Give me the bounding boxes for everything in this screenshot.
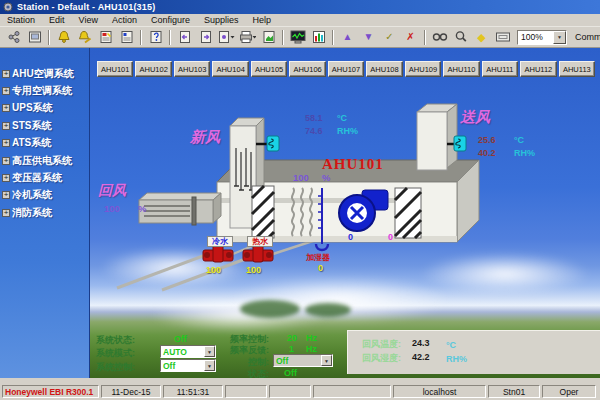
expand-plus-icon[interactable]: + [2, 209, 10, 217]
toolbar-separator [140, 30, 142, 45]
fresh-damper-position: 100 [293, 172, 309, 183]
sidebar-item-transformer[interactable]: +变压器系统 [0, 169, 89, 186]
sidebar-item-chiller[interactable]: +冷机系统 [0, 187, 89, 204]
station-connect-icon[interactable] [4, 29, 23, 46]
humidifier-value: 0 [318, 263, 323, 273]
freq-feedback-unit: Hz [306, 344, 317, 354]
alarm-summary-icon[interactable] [96, 29, 115, 46]
sidebar-item-ats[interactable]: +ATS系统 [0, 135, 89, 152]
return-rh-label: 回风湿度: [362, 352, 401, 365]
monitor-icon[interactable] [288, 29, 307, 46]
menu-view[interactable]: View [72, 14, 105, 27]
unit-title: AHU101 [322, 156, 384, 173]
chevron-down-icon[interactable]: ▼ [321, 355, 332, 366]
supply-air-temp-unit: °C [514, 135, 524, 145]
station-display-icon[interactable] [25, 29, 44, 46]
system-state-label: 系统状态: [96, 334, 135, 347]
date-cell: 11-Dec-15 [101, 385, 161, 398]
station-cell: Stn01 [488, 385, 540, 398]
sidebar-item-hv-power[interactable]: +高压供电系统 [0, 152, 89, 169]
sidebar-item-ups[interactable]: +UPS系统 [0, 100, 89, 117]
toolbar-separator [282, 30, 284, 45]
host-cell: localhost [393, 385, 486, 398]
supply-air-rh-unit: RH% [514, 148, 535, 158]
capture-page-icon[interactable] [259, 29, 278, 46]
zoom-level-value: 100% [518, 32, 553, 42]
hot-valve-position: 100 [246, 265, 261, 275]
menu-help[interactable]: Help [245, 14, 278, 27]
expand-plus-icon[interactable]: + [2, 139, 10, 147]
zoom-tool-icon[interactable] [451, 29, 470, 46]
menu-edit[interactable]: Edit [42, 14, 72, 27]
page-back-icon[interactable] [175, 29, 194, 46]
menu-bar: Station Edit View Action Configure Suppl… [0, 14, 600, 27]
expand-plus-icon[interactable]: + [2, 104, 10, 112]
alarm-acknowledge-icon[interactable] [75, 29, 94, 46]
chevron-down-icon[interactable]: ▼ [553, 31, 566, 44]
ahu-diagram [90, 48, 600, 378]
return-rh-unit: RH% [446, 354, 467, 364]
station-window: Station - Default - AHU101(315) Station … [0, 0, 600, 400]
expand-plus-icon[interactable]: + [2, 87, 10, 95]
sidebar-item-ahu[interactable]: +AHU空调系统 [0, 65, 89, 82]
expand-plus-icon[interactable]: + [2, 191, 10, 199]
title-bar[interactable]: Station - Default - AHU101(315) [0, 0, 600, 14]
freq-state-value: Off [284, 368, 297, 378]
freq-control-unit: Hz [306, 333, 317, 343]
sidebar-item-sts[interactable]: +STS系统 [0, 117, 89, 134]
filter-status-value: 0 [388, 232, 393, 242]
system-control-dropdown[interactable]: Off ▼ [160, 359, 216, 372]
event-summary-icon[interactable] [117, 29, 136, 46]
menu-configure[interactable]: Configure [144, 14, 197, 27]
help-page-icon[interactable] [146, 29, 165, 46]
system-mode-dropdown[interactable]: AUTO ▼ [160, 345, 216, 358]
return-temp-label: 回风温度: [362, 338, 401, 351]
return-rh-value: 42.2 [412, 352, 430, 362]
graphic-display-area: AHU101 AHU102 AHU103 AHU104 AHU105 AHU10… [90, 48, 600, 378]
reject-icon[interactable]: ✗ [401, 29, 420, 46]
toolbar: ▲ ▼ ✓ ✗ ◆ 100% ▼ Command ▼ [0, 27, 600, 48]
home-page-icon[interactable] [217, 29, 236, 46]
zoom-level-combo[interactable]: 100% ▼ [517, 30, 567, 45]
freq-control-dropdown[interactable]: Off ▼ [273, 354, 333, 367]
command-label: Command [575, 32, 600, 42]
chilled-valve-position: 100 [206, 265, 221, 275]
system-mode-label: 系统模式: [96, 347, 135, 360]
select-area-icon[interactable] [493, 29, 512, 46]
supply-air-temp: 25.6 [478, 135, 496, 145]
status-cell-empty [269, 385, 311, 398]
supply-air-label: 送风 [460, 108, 490, 127]
pan-tool-icon[interactable]: ◆ [472, 29, 491, 46]
fresh-damper-unit: % [322, 172, 330, 183]
chevron-down-icon[interactable]: ▼ [204, 346, 215, 357]
expand-plus-icon[interactable]: + [2, 122, 10, 130]
expand-plus-icon[interactable]: + [2, 174, 10, 182]
toolbar-separator [424, 30, 426, 45]
status-cell-empty [313, 385, 391, 398]
page-forward-icon[interactable] [196, 29, 215, 46]
alarm-bell-icon[interactable] [54, 29, 73, 46]
print-icon[interactable] [238, 29, 257, 46]
menu-action[interactable]: Action [105, 14, 144, 27]
status-bar: Honeywell EBI R300.1 11-Dec-15 11:51:31 … [0, 383, 600, 400]
accept-icon[interactable]: ✓ [380, 29, 399, 46]
raise-icon[interactable]: ▲ [338, 29, 357, 46]
return-air-label: 回风 [98, 182, 126, 200]
toolbar-separator [169, 30, 171, 45]
fresh-air-temp-unit: °C [337, 113, 347, 123]
toolbar-separator [332, 30, 334, 45]
sidebar-item-fire[interactable]: +消防系统 [0, 204, 89, 221]
time-cell: 11:51:31 [163, 385, 223, 398]
expand-plus-icon[interactable]: + [2, 157, 10, 165]
status-cell-empty [225, 385, 267, 398]
find-icon[interactable] [430, 29, 449, 46]
menu-station[interactable]: Station [0, 14, 42, 27]
menu-supplies[interactable]: Supplies [197, 14, 246, 27]
lower-icon[interactable]: ▼ [359, 29, 378, 46]
expand-plus-icon[interactable]: + [2, 70, 10, 78]
trend-chart-icon[interactable] [309, 29, 328, 46]
sidebar-item-dedicated-ac[interactable]: +专用空调系统 [0, 82, 89, 99]
fan-status-value: 0 [348, 232, 353, 242]
system-tree-sidebar: +AHU空调系统 +专用空调系统 +UPS系统 +STS系统 +ATS系统 +高… [0, 48, 90, 378]
chevron-down-icon[interactable]: ▼ [204, 360, 215, 371]
